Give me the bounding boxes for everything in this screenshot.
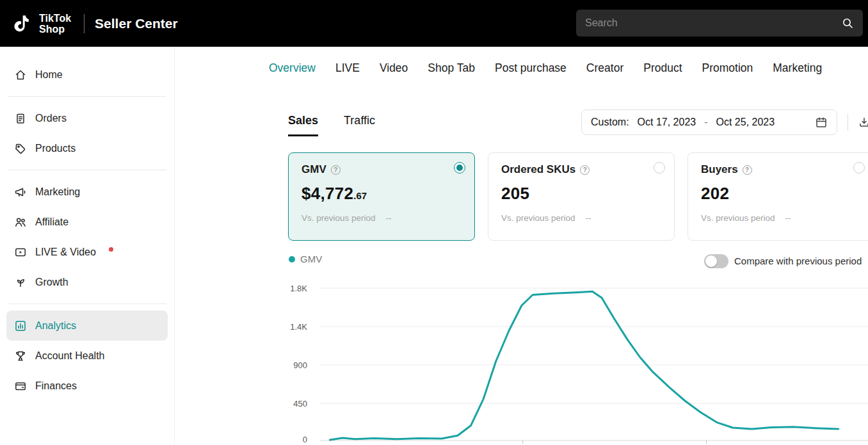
search-input[interactable] xyxy=(576,17,841,29)
search-box xyxy=(576,10,863,36)
sidebar-divider xyxy=(8,170,166,170)
sidebar-divider xyxy=(8,96,166,97)
tab-overview[interactable]: Overview xyxy=(269,61,316,75)
search-icon[interactable] xyxy=(841,17,863,29)
sidebar-item-label: Affiliate xyxy=(35,216,68,228)
metric-radio[interactable] xyxy=(654,162,665,174)
tab-shop-tab[interactable]: Shop Tab xyxy=(428,61,475,75)
sidebar-item-orders[interactable]: Orders xyxy=(6,103,168,133)
metric-compare: Vs. previous period-- xyxy=(301,213,462,223)
sidebar-item-label: Orders xyxy=(35,113,67,124)
growth-icon xyxy=(14,276,27,289)
metric-value: 202 xyxy=(701,184,861,204)
sidebar-item-affiliate[interactable]: Affiliate xyxy=(6,207,168,237)
home-icon xyxy=(14,69,27,81)
tiktok-shop-logo[interactable]: TikTok Shop xyxy=(0,12,71,36)
tab-marketing[interactable]: Marketing xyxy=(773,61,822,75)
sidebar-item-label: Home xyxy=(35,69,63,81)
metric-radio[interactable] xyxy=(853,162,865,174)
y-axis-tick: 900 xyxy=(269,360,307,370)
affiliate-icon xyxy=(14,216,27,229)
analytics-icon xyxy=(14,320,27,332)
finances-icon xyxy=(14,380,27,392)
date-range-label: Custom: xyxy=(591,117,629,128)
marketing-icon xyxy=(14,186,27,198)
sidebar-item-label: LIVE & Video xyxy=(35,247,96,258)
gmv-line-chart xyxy=(320,282,868,445)
sidebar-item-analytics[interactable]: Analytics xyxy=(6,311,168,341)
sidebar-item-label: Account Health xyxy=(35,350,105,362)
top-header: TikTok Shop Seller Center xyxy=(0,0,868,47)
products-icon xyxy=(14,142,27,155)
metric-name: GMV xyxy=(301,163,326,176)
sidebar-item-label: Growth xyxy=(35,277,68,288)
sidebar-item-account-health[interactable]: Account Health xyxy=(6,341,168,371)
sidebar-item-finances[interactable]: Finances xyxy=(6,371,168,401)
calendar-icon xyxy=(815,116,828,129)
sidebar-divider xyxy=(8,303,166,304)
sidebar-item-products[interactable]: Products xyxy=(6,133,168,163)
y-axis-tick: 1.8K xyxy=(269,284,307,293)
header-divider xyxy=(84,14,84,33)
live-video-icon xyxy=(14,246,27,259)
help-icon[interactable] xyxy=(331,165,341,175)
tab-promotion[interactable]: Promotion xyxy=(702,61,753,75)
metric-card-gmv[interactable]: GMV $4,772.67 Vs. previous period-- xyxy=(288,152,475,241)
metric-card-ordered-skus[interactable]: Ordered SKUs 205 Vs. previous period-- xyxy=(488,152,675,241)
date-range-picker[interactable]: Custom: Oct 17, 2023 - Oct 25, 2023 xyxy=(581,109,837,135)
start-date: Oct 17, 2023 xyxy=(638,117,696,128)
sidebar-item-label: Finances xyxy=(35,380,77,392)
end-date: Oct 25, 2023 xyxy=(716,117,775,128)
metric-radio-selected[interactable] xyxy=(454,162,465,174)
tab-live[interactable]: LIVE xyxy=(335,61,360,75)
seller-center-title: Seller Center xyxy=(95,16,178,31)
metric-value: $4,772.67 xyxy=(301,184,462,204)
sidebar-item-label: Analytics xyxy=(35,320,76,332)
metric-name: Ordered SKUs xyxy=(501,163,575,176)
sidebar-item-home[interactable]: Home xyxy=(6,60,168,90)
compare-toggle[interactable] xyxy=(704,254,728,268)
tab-traffic[interactable]: Traffic xyxy=(344,114,375,136)
new-badge-dot xyxy=(109,247,113,252)
sidebar-item-growth[interactable]: Growth xyxy=(6,267,168,297)
tab-creator[interactable]: Creator xyxy=(586,61,623,75)
date-separator: - xyxy=(704,117,707,128)
legend-dot xyxy=(289,256,295,263)
help-icon[interactable] xyxy=(580,165,590,175)
y-axis-tick: 1.4K xyxy=(269,322,307,332)
metric-name: Buyers xyxy=(701,163,738,176)
sales-traffic-tabs: Sales Traffic xyxy=(288,114,375,136)
sidebar: Home Orders Products Marketing Affiliate… xyxy=(0,47,175,445)
analytics-nav-tabs: Overview LIVE Video Shop Tab Post purcha… xyxy=(269,61,822,75)
metric-compare: Vs. previous period-- xyxy=(701,213,861,223)
tab-product[interactable]: Product xyxy=(643,61,682,75)
tiktok-note-icon xyxy=(12,12,33,36)
y-axis-tick: 0 xyxy=(269,435,307,444)
download-icon[interactable] xyxy=(858,116,868,131)
toolbar-divider xyxy=(848,114,848,131)
metric-value: 205 xyxy=(501,184,661,204)
orders-icon xyxy=(14,112,27,125)
sidebar-item-marketing[interactable]: Marketing xyxy=(6,177,168,207)
metric-compare: Vs. previous period-- xyxy=(501,213,661,223)
sidebar-item-live-video[interactable]: LIVE & Video xyxy=(6,237,168,267)
tab-sales[interactable]: Sales xyxy=(288,114,318,136)
tab-video[interactable]: Video xyxy=(380,61,408,75)
account-health-icon xyxy=(14,350,27,362)
brand-text: TikTok Shop xyxy=(39,13,71,35)
tab-post-purchase[interactable]: Post purchase xyxy=(495,61,567,75)
legend-label: GMV xyxy=(300,254,322,264)
compare-toggle-label: Compare with previous period xyxy=(734,255,862,266)
sidebar-item-label: Products xyxy=(35,143,76,154)
help-icon[interactable] xyxy=(743,165,752,175)
metric-card-buyers[interactable]: Buyers 202 Vs. previous period-- xyxy=(687,152,868,241)
chart-legend: GMV xyxy=(289,254,322,264)
y-axis-tick: 450 xyxy=(269,399,307,409)
sidebar-item-label: Marketing xyxy=(35,186,80,198)
